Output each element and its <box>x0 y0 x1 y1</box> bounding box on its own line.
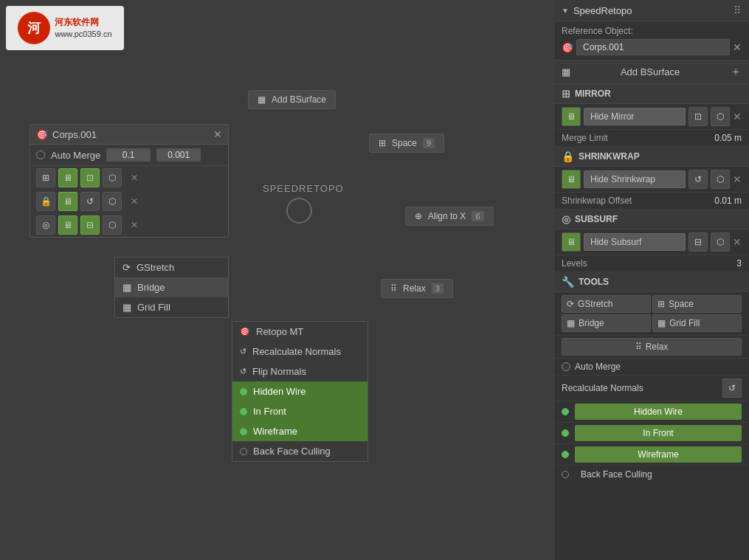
icon-row-3: ◎ 🖥 ⊟ ⬡ ✕ <box>30 213 228 237</box>
ctx-if-dot <box>240 408 247 415</box>
gstretch-icon: ⟳ <box>567 299 574 309</box>
recalc-normals-btn[interactable]: ↺ <box>722 378 742 398</box>
watermark-url: www.pc0359.cn <box>55 29 111 40</box>
rp-header: ▼ SpeedRetopo ⠿ <box>554 0 749 21</box>
add-bsurface-icon: ▦ <box>562 66 570 77</box>
grid-fill-dd-icon: ▦ <box>122 302 131 313</box>
subsurf-close-button[interactable]: ✕ <box>733 236 742 248</box>
subsurf-title-label: SUBSURF <box>575 214 618 224</box>
mirror-viewport-btn[interactable]: 🖥 <box>562 107 581 126</box>
auto-merge-label: Auto Merge <box>51 150 100 161</box>
icon-close2[interactable]: ✕ <box>125 192 144 211</box>
dropdown-bridge[interactable]: ▦ Bridge <box>115 277 228 297</box>
align-icon: ⊕ <box>415 211 422 221</box>
hide-subsurf-button[interactable]: Hide Subsurf <box>584 233 686 251</box>
dropdown-gstretch[interactable]: ⟳ GStretch <box>115 257 228 277</box>
ctx-retopo-label: Retopo MT <box>256 326 303 337</box>
in-front-dot <box>562 429 569 437</box>
shrinkwrap-link-btn[interactable]: ⬡ <box>711 170 730 189</box>
subsurf-icon: ◎ <box>562 213 570 225</box>
reference-clear-button[interactable]: ✕ <box>733 41 742 53</box>
mirror-icon: ⊞ <box>562 88 570 100</box>
ctx-recalc-normals[interactable]: ↺ Recalculate Normals <box>232 342 367 362</box>
reference-input[interactable] <box>576 39 730 55</box>
relax-btn[interactable]: ⠿ Relax <box>562 338 742 356</box>
dropdown-grid-fill[interactable]: ▦ Grid Fill <box>115 297 228 317</box>
grid-fill-btn[interactable]: ▦ Grid Fill <box>652 314 742 332</box>
hide-mirror-button[interactable]: Hide Mirror <box>584 108 686 125</box>
icon-viewport3[interactable]: 🖥 <box>58 215 77 235</box>
ctx-recalc-label: Recalculate Normals <box>252 346 341 357</box>
icon-copy1[interactable]: ⊡ <box>80 168 100 187</box>
corps-header: 🎯 Corps.001 ✕ <box>30 125 228 145</box>
ctx-hw-dot <box>240 388 247 395</box>
icon-link1[interactable]: ⬡ <box>103 168 122 187</box>
space-tool[interactable]: ⊞ Space 9 <box>369 134 444 153</box>
gstretch-icon: ⟳ <box>122 262 131 273</box>
space-btn[interactable]: ⊞ Space <box>652 295 742 313</box>
auto-merge-toggle[interactable] <box>36 151 45 159</box>
back-face-culling-label: Back Face Culling <box>581 469 652 480</box>
hidden-wire-toggle[interactable]: Hidden Wire <box>575 404 742 420</box>
gstretch-btn[interactable]: ⟳ GStretch <box>562 295 651 313</box>
auto-merge-val2[interactable] <box>156 148 201 162</box>
relax-tool[interactable]: ⠿ Relax 3 <box>381 279 453 298</box>
add-bsurface-row[interactable]: ▦ Add BSurface ＋ <box>554 61 749 84</box>
icon-subsurf[interactable]: ◎ <box>36 215 55 235</box>
ctx-hidden-wire[interactable]: Hidden Wire <box>232 381 367 401</box>
flip-icon: ↺ <box>240 367 246 376</box>
rp-title-label: SpeedRetopo <box>573 5 632 16</box>
icon-subdiv3[interactable]: ⊟ <box>80 215 100 235</box>
wireframe-toggle[interactable]: Wireframe <box>575 446 742 463</box>
merge-limit-row: Merge Limit 0.05 m <box>554 130 749 147</box>
wireframe-dot <box>562 451 569 458</box>
subsurf-section-title: ◎ SUBSURF <box>554 210 749 229</box>
shrinkwrap-close-button[interactable]: ✕ <box>733 173 742 185</box>
ctx-in-front[interactable]: In Front <box>232 401 367 421</box>
ctx-wf-label: Wireframe <box>253 426 297 437</box>
subsurf-link-btn[interactable]: ⬡ <box>711 232 730 252</box>
ctx-wireframe[interactable]: Wireframe <box>232 421 367 441</box>
relax-icon: ⠿ <box>390 283 397 294</box>
relax-btn-label: Relax <box>646 342 669 352</box>
icon-shrink[interactable]: 🔒 <box>36 192 55 211</box>
shrinkwrap-viewport-btn[interactable]: 🖥 <box>562 170 581 189</box>
icon-close1[interactable]: ✕ <box>125 168 144 187</box>
add-bsurface-button[interactable]: ▦ Add BSurface <box>248 90 336 109</box>
subsurf-viewport-btn[interactable]: 🖥 <box>562 232 581 252</box>
reference-section: Reference Object: 🎯 ✕ <box>554 21 749 61</box>
subsurf-subdiv-btn[interactable]: ⊟ <box>688 232 708 252</box>
hide-shrinkwrap-button[interactable]: Hide Shrinkwrap <box>584 170 686 188</box>
icon-row-2: 🔒 🖥 ↺ ⬡ ✕ <box>30 190 228 213</box>
ctx-if-label: In Front <box>253 406 286 417</box>
icon-refresh2[interactable]: ↺ <box>80 192 100 211</box>
corps-close-button[interactable]: ✕ <box>213 128 222 140</box>
mirror-link-btn[interactable]: ⬡ <box>711 107 730 126</box>
shrinkwrap-offset-val: 0.01 m <box>714 196 742 206</box>
icon-viewport2[interactable]: 🖥 <box>58 192 77 211</box>
ctx-back-face-culling[interactable]: Back Face Culling <box>232 441 367 461</box>
levels-row: Levels 3 <box>554 255 749 272</box>
auto-merge-rp-toggle[interactable] <box>562 362 570 371</box>
bridge-dd-icon: ▦ <box>122 282 131 293</box>
auto-merge-rp-label: Auto Merge <box>575 362 742 372</box>
bridge-btn[interactable]: ▦ Bridge <box>562 314 651 332</box>
align-tool[interactable]: ⊕ Align to X 6 <box>405 207 494 226</box>
ctx-retopo-mt[interactable]: 🎯 Retopo MT <box>232 322 367 342</box>
icon-viewport1[interactable]: 🖥 <box>58 168 77 187</box>
mirror-copy-btn[interactable]: ⊡ <box>688 107 708 126</box>
in-front-toggle[interactable]: In Front <box>575 425 742 441</box>
subsurf-modifier-row: 🖥 Hide Subsurf ⊟ ⬡ ✕ <box>554 229 749 255</box>
auto-merge-val1[interactable] <box>106 148 151 162</box>
mirror-close-button[interactable]: ✕ <box>733 111 742 122</box>
tools-grid-1: ⟳ GStretch ⊞ Space ▦ Bridge ▦ Grid Fill <box>554 292 749 336</box>
icon-link3[interactable]: ⬡ <box>103 215 122 235</box>
icon-link2[interactable]: ⬡ <box>103 192 122 211</box>
reference-row: 🎯 ✕ <box>562 39 742 55</box>
icon-close3[interactable]: ✕ <box>125 215 144 235</box>
shrinkwrap-refresh-btn[interactable]: ↺ <box>688 170 708 189</box>
ctx-flip-normals[interactable]: ↺ Flip Normals <box>232 362 367 381</box>
icon-mirror[interactable]: ⊞ <box>36 168 55 187</box>
drag-handle[interactable]: ⠿ <box>734 4 742 16</box>
relax-label: Relax <box>403 283 426 294</box>
